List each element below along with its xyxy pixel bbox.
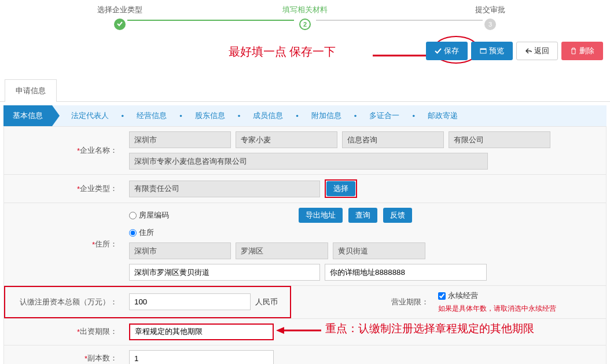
nav-additional[interactable]: 附加信息 xyxy=(302,111,351,121)
label-contrib-term: *出资期限： xyxy=(4,319,123,345)
trash-icon xyxy=(570,47,577,54)
step3-circle: 3 xyxy=(484,19,496,30)
addr-detail-input[interactable] xyxy=(325,264,487,281)
svg-rect-2 xyxy=(480,49,486,50)
back-button[interactable]: 返回 xyxy=(516,42,558,60)
annotation-save-hint: 最好填一点 保存一下 xyxy=(229,44,336,60)
check-icon xyxy=(435,47,442,54)
tab-application-info[interactable]: 申请信息 xyxy=(5,79,57,102)
delete-button[interactable]: 删除 xyxy=(561,42,603,60)
feedback-button[interactable]: 反馈 xyxy=(383,208,412,223)
save-button[interactable]: 保存 xyxy=(426,42,468,60)
radio-residence[interactable]: 住所 xyxy=(129,227,154,238)
radio-house-code[interactable]: 房屋编码 xyxy=(129,210,169,220)
company-full-name: 深圳市专家小麦信息咨询有限公司 xyxy=(129,153,488,170)
company-type-value: 有限责任公司 xyxy=(129,181,320,197)
preview-icon xyxy=(480,47,487,54)
back-icon xyxy=(525,47,532,54)
company-city: 深圳市 xyxy=(129,131,231,148)
arrow-icon xyxy=(366,50,435,61)
step-3: 提交审批 3 xyxy=(398,5,583,30)
label-company-type: *企业类型： xyxy=(4,175,123,203)
nav-business-info[interactable]: 经营信息 xyxy=(127,111,176,121)
query-button[interactable]: 查询 xyxy=(348,208,377,223)
step2-circle: 2 xyxy=(299,19,311,30)
steps-bar: 选择企业类型 填写相关材料 2 提交审批 3 xyxy=(27,0,583,32)
contrib-term-input[interactable] xyxy=(129,323,274,340)
nav-basic-info[interactable]: 基本信息 xyxy=(3,105,52,126)
preview-button[interactable]: 预览 xyxy=(471,42,513,60)
nav-multi-cert[interactable]: 多证合一 xyxy=(360,111,409,121)
addr-road-input[interactable] xyxy=(129,264,320,281)
biz-term-note: 如果是具体年数，请取消选中永续经营 xyxy=(438,304,600,314)
export-address-button[interactable]: 导出地址 xyxy=(299,208,343,223)
svg-marker-3 xyxy=(276,327,284,334)
perpetual-checkbox[interactable]: 永续经营 xyxy=(438,291,478,301)
addr-district: 罗湖区 xyxy=(236,242,328,259)
company-brand: 专家小麦 xyxy=(236,131,337,148)
copies-input[interactable] xyxy=(129,350,274,365)
arrow-icon xyxy=(276,326,322,335)
addr-city: 深圳市 xyxy=(129,242,231,259)
label-reg-capital: 认缴注册资本总额（万元）： xyxy=(4,286,123,318)
nav-legal-rep[interactable]: 法定代表人 xyxy=(62,111,118,121)
nav-postal[interactable]: 邮政寄递 xyxy=(418,111,467,121)
reg-capital-input[interactable] xyxy=(129,293,251,310)
step-1: 选择企业类型 xyxy=(27,5,212,30)
section-nav: 基本信息 • 法定代表人 • 经营信息 • 股东信息 • 成员信息 • 附加信息… xyxy=(3,105,607,126)
choose-type-button[interactable]: 选择 xyxy=(326,181,355,196)
currency-label: 人民币 xyxy=(255,297,278,307)
label-biz-term: 营业期限： xyxy=(380,286,432,318)
label-copies: *副本数： xyxy=(4,345,123,365)
annotation-contrib-hint: 重点：认缴制注册选择章程规定的其他期限 xyxy=(325,321,534,336)
main-tabs: 申请信息 xyxy=(0,79,610,102)
label-company-name: *企业名称： xyxy=(4,127,123,174)
company-org: 有限公司 xyxy=(449,131,550,148)
nav-shareholder[interactable]: 股东信息 xyxy=(186,111,234,121)
step-2: 填写相关材料 2 xyxy=(212,5,398,30)
label-address: *住所： xyxy=(4,203,123,285)
form-basic-info: *企业名称： 深圳市 专家小麦 信息咨询 有限公司 深圳市专家小麦信息咨询有限公… xyxy=(3,126,607,364)
addr-street: 黄贝街道 xyxy=(333,242,425,259)
step1-circle xyxy=(114,19,126,30)
company-industry: 信息咨询 xyxy=(342,131,444,148)
nav-members[interactable]: 成员信息 xyxy=(244,111,292,121)
